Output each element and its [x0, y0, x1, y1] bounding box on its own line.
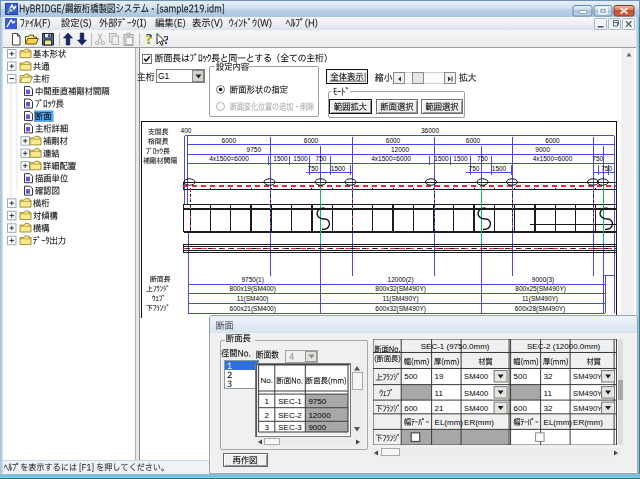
svg-text:32: 32	[544, 373, 553, 382]
svg-text:500: 500	[405, 373, 419, 382]
svg-text:SEC-1: SEC-1	[278, 397, 302, 406]
svg-text:SM400: SM400	[464, 373, 488, 382]
svg-text:6000: 6000	[222, 137, 237, 144]
svg-text:2: 2	[264, 411, 269, 420]
svg-text:3: 3	[264, 423, 269, 432]
svg-text:?: ?	[163, 32, 168, 47]
svg-text:SEC-1 (9750.0mm): SEC-1 (9750.0mm)	[421, 342, 490, 351]
svg-text:1500: 1500	[273, 155, 288, 162]
svg-text:SM400: SM400	[464, 389, 488, 398]
svg-text:11(SM400): 11(SM400)	[237, 295, 269, 303]
svg-text:9000(3): 9000(3)	[532, 276, 554, 284]
svg-text:800x32(SM490Y): 800x32(SM490Y)	[375, 285, 426, 293]
svg-text:32: 32	[544, 404, 553, 413]
svg-text:600: 600	[405, 404, 419, 413]
svg-text:750: 750	[469, 165, 480, 172]
svg-text:ER(mm): ER(mm)	[464, 418, 494, 427]
svg-text:SM490Y: SM490Y	[573, 389, 602, 398]
svg-text:750: 750	[592, 155, 603, 162]
svg-text:9750: 9750	[308, 397, 326, 406]
svg-text:400: 400	[181, 127, 192, 134]
svg-text:11: 11	[544, 389, 553, 398]
svg-text:500: 500	[514, 373, 528, 382]
svg-text:No.: No.	[260, 376, 272, 385]
svg-text:EL(mm): EL(mm)	[435, 418, 464, 427]
svg-text:6000: 6000	[545, 137, 560, 144]
svg-text:SM490Y: SM490Y	[573, 404, 602, 413]
svg-text:9750(1): 9750(1)	[241, 276, 263, 284]
svg-text:750: 750	[308, 165, 319, 172]
svg-text:800x25(SM490Y): 800x25(SM490Y)	[515, 285, 566, 293]
svg-text:750: 750	[316, 155, 327, 162]
svg-text:SEC-2: SEC-2	[278, 411, 302, 420]
svg-text:SEC-3: SEC-3	[278, 423, 302, 432]
svg-text:SM400: SM400	[464, 404, 488, 413]
svg-text:1500: 1500	[434, 155, 449, 162]
svg-text:EL(mm): EL(mm)	[544, 418, 573, 427]
svg-text:36000: 36000	[421, 127, 439, 134]
svg-text:11: 11	[435, 389, 444, 398]
svg-text:SM490Y: SM490Y	[573, 373, 602, 382]
svg-text:?: ?	[145, 32, 152, 47]
svg-text:6000: 6000	[466, 137, 481, 144]
svg-text:6000: 6000	[386, 137, 401, 144]
svg-text:4x1500=6000: 4x1500=6000	[533, 155, 573, 162]
svg-text:11(SM490Y): 11(SM490Y)	[522, 295, 558, 303]
svg-text:1: 1	[264, 397, 269, 406]
svg-text:750: 750	[601, 165, 612, 172]
svg-text:12000: 12000	[308, 411, 331, 420]
svg-text:SEC-2 (12000.0mm): SEC-2 (12000.0mm)	[527, 342, 601, 351]
svg-text:19: 19	[435, 373, 444, 382]
svg-text:800x19(SM400): 800x19(SM400)	[230, 285, 276, 293]
svg-text:4x1500=6000: 4x1500=6000	[209, 155, 249, 162]
svg-text:600x28(SM490Y): 600x28(SM490Y)	[515, 305, 566, 313]
svg-text:21: 21	[435, 404, 444, 413]
svg-text:4x1500=6000: 4x1500=6000	[371, 155, 411, 162]
svg-text:12000: 12000	[391, 146, 409, 153]
svg-text:ER(mm): ER(mm)	[573, 418, 603, 427]
svg-text:9000: 9000	[535, 146, 550, 153]
svg-text:1500: 1500	[331, 165, 346, 172]
svg-text:6000: 6000	[304, 137, 319, 144]
svg-text:9000: 9000	[308, 423, 326, 432]
svg-text:600x21(SM400): 600x21(SM400)	[230, 305, 276, 313]
svg-text:9750: 9750	[247, 146, 262, 153]
svg-text:12000(2): 12000(2)	[388, 276, 414, 284]
svg-text:750: 750	[477, 155, 488, 162]
svg-text:1500: 1500	[293, 155, 308, 162]
svg-text:1500: 1500	[492, 165, 507, 172]
svg-text:11(SM490Y): 11(SM490Y)	[383, 295, 419, 303]
svg-text:1500: 1500	[453, 155, 468, 162]
svg-text:600x32(SM490Y): 600x32(SM490Y)	[375, 305, 426, 313]
svg-text:600: 600	[514, 404, 528, 413]
